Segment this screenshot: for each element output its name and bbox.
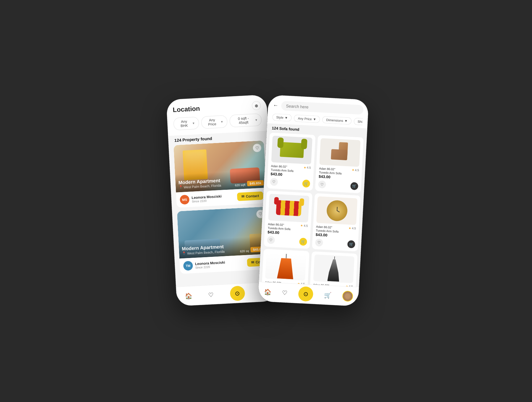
product-image-3 xyxy=(268,194,309,223)
product-info-1: Adan 86.02"Tuxedo Arm Sofa ★ 4.5 $43.00 xyxy=(270,164,311,178)
agent-details-2: Leonora Mosciski Since 2220 xyxy=(195,260,226,269)
dim-arrow-icon: ▼ xyxy=(344,119,348,123)
property-card-2: ♡ Modern Apartment 📍 West Palm Beach, Fl… xyxy=(177,207,271,274)
star-icon-1: ★ xyxy=(304,166,306,169)
wishlist-btn-4[interactable]: ♡ xyxy=(315,239,323,247)
product-actions-1: ♡ 🛒 xyxy=(270,178,310,188)
location-title: Location xyxy=(173,105,200,114)
product-actions-2: ♡ 🛒 xyxy=(318,180,358,190)
star-icon-2: ★ xyxy=(351,168,354,171)
email-icon-1: ✉ xyxy=(241,194,244,199)
lamp-shade-visual xyxy=(277,258,294,279)
star-icon-4: ★ xyxy=(348,226,351,230)
product-card-5: Adan 86.02"Tuxedo Arm Sofa ★ 4.5 $43.00 … xyxy=(261,249,309,287)
property-image-2: ♡ Modern Apartment 📍 West Palm Beach, Fl… xyxy=(177,207,270,259)
lamp2-visual xyxy=(327,256,340,282)
price-arrow-icon: ▼ xyxy=(220,120,223,124)
product-name-2: Adan 86.02"Tuxedo Arm Sofa xyxy=(319,166,342,175)
wishlist-btn-1[interactable]: ♡ xyxy=(270,178,278,186)
left-header: Location ⊕ Any BHK ▼ Any Price ▼ 0 sqft … xyxy=(166,95,268,136)
svg-line-1 xyxy=(337,211,339,212)
agent-avatar-2: TM xyxy=(183,261,193,271)
agent-avatar-1: MS xyxy=(180,195,190,205)
bhk-arrow-icon: ▼ xyxy=(192,121,195,125)
product-rating-3: ★ 4.5 xyxy=(300,224,308,227)
email-icon-2: ✉ xyxy=(251,260,254,265)
nav-home[interactable]: 🏠 xyxy=(185,292,192,300)
right-nav-profile[interactable] xyxy=(342,291,353,302)
location-pin-icon-2: 📍 xyxy=(182,251,186,255)
product-image-1 xyxy=(271,136,313,164)
pendant-cord xyxy=(334,256,335,259)
product-image-6 xyxy=(313,255,355,283)
phones-container: Location ⊕ Any BHK ▼ Any Price ▼ 0 sqft … xyxy=(160,98,372,304)
product-card-4: Adan 86.02"Tuxedo Arm Sofa ★ 4.5 $43.00 … xyxy=(312,193,361,252)
product-card-1: Adan 86.02"Tuxedo Arm Sofa ★ 4.5 $43.00 … xyxy=(267,132,316,191)
style-arrow-icon: ▼ xyxy=(285,116,288,120)
filter-row: Any BHK ▼ Any Price ▼ 0 sqft - 45sqft ▼ xyxy=(173,114,262,131)
right-nav-camera[interactable]: ⊙ xyxy=(298,286,314,302)
price-badge-1: $45.65k xyxy=(247,180,264,186)
price-arrow-icon-r: ▼ xyxy=(313,117,317,121)
nav-camera[interactable]: ⊙ xyxy=(230,286,245,301)
price-filter[interactable]: Any Price ▼ xyxy=(201,115,228,129)
search-input[interactable] xyxy=(281,101,364,115)
product-image-5 xyxy=(265,252,306,281)
size-arrow-icon: ▼ xyxy=(255,118,258,122)
clock-svg xyxy=(331,205,343,217)
products-grid: Adan 86.02"Tuxedo Arm Sofa ★ 4.5 $43.00 … xyxy=(259,132,366,287)
cart-btn-3[interactable]: 🛒 xyxy=(299,238,307,246)
right-price-filter[interactable]: Any Price ▼ xyxy=(294,115,320,123)
product-actions-4: ♡ 🛒 xyxy=(315,239,355,248)
agent-info-1: MS Leonora Mosciski Since 2220 xyxy=(180,193,222,205)
product-info-4: Adan 86.02"Tuxedo Arm Sofa ★ 4.5 $43.00 xyxy=(316,225,356,239)
dimensions-filter[interactable]: Dimensions ▼ xyxy=(322,116,351,125)
location-row: Location ⊕ xyxy=(173,101,261,115)
product-card-3: Adan 86.02"Tuxedo Arm Sofa ★ 4.5 $43.00 … xyxy=(264,191,313,249)
lamp-cord xyxy=(286,254,287,258)
style-filter[interactable]: Style ▼ xyxy=(272,114,292,121)
location-icon[interactable]: ⊕ xyxy=(252,101,261,111)
cart-btn-4[interactable]: 🛒 xyxy=(347,240,355,248)
sofa1-visual xyxy=(280,142,304,158)
right-nav-cart[interactable]: 🛒 xyxy=(324,291,332,299)
product-rating-2: ★ 4.5 xyxy=(351,168,359,172)
star-icon-3: ★ xyxy=(300,224,303,227)
product-actions-3: ♡ 🛒 xyxy=(267,236,307,246)
right-nav-home[interactable]: 🏠 xyxy=(264,288,271,296)
wishlist-btn-3[interactable]: ♡ xyxy=(267,236,275,244)
property-card: ♡ Modern Apartment 📍 West Palm Beach, Fl… xyxy=(173,140,267,208)
cart-btn-2[interactable]: 🛒 xyxy=(350,182,358,190)
nav-wishlist[interactable]: ♡ xyxy=(208,291,214,299)
property-image-1: ♡ Modern Apartment 📍 West Palm Beach, Fl… xyxy=(173,140,266,192)
back-button[interactable]: ← xyxy=(273,102,278,108)
product-name-4: Adan 86.02"Tuxedo Arm Sofa xyxy=(316,225,339,234)
right-screen: ← Style ▼ Any Price ▼ Dimensions ▼ xyxy=(258,95,369,306)
chair-visual xyxy=(330,142,349,163)
right-nav-wishlist[interactable]: ♡ xyxy=(282,289,288,296)
product-rating-1: ★ 4.5 xyxy=(304,166,311,169)
location-pin-icon: 📍 xyxy=(179,185,183,189)
clock-visual xyxy=(326,200,348,222)
right-phone: ← Style ▼ Any Price ▼ Dimensions ▼ xyxy=(258,95,369,307)
cart-btn-1[interactable]: 🛒 xyxy=(302,179,310,187)
right-filter-row: Style ▼ Any Price ▼ Dimensions ▼ Shi... xyxy=(272,114,363,125)
shipping-filter[interactable]: Shi... xyxy=(353,118,363,125)
product-name-1: Adan 86.02"Tuxedo Arm Sofa xyxy=(271,164,294,173)
product-rating-4: ★ 4.5 xyxy=(348,226,356,230)
sofa2-visual xyxy=(276,200,302,216)
product-card-2: Adan 86.02"Tuxedo Arm Sofa ★ 4.5 $43.00 … xyxy=(315,135,364,193)
lamp1-visual xyxy=(277,253,294,279)
size-filter[interactable]: 0 sqft - 45sqft ▼ xyxy=(229,114,262,128)
right-header: ← Style ▼ Any Price ▼ Dimensions ▼ xyxy=(267,95,369,129)
product-image-2 xyxy=(319,138,361,167)
product-card-6: Adan 86.02"Tuxedo Arm Sofa ★ 4.5 $43.00 … xyxy=(309,251,358,287)
sqft-badge-2: 620 sq xyxy=(240,249,249,253)
svg-line-0 xyxy=(337,207,337,211)
agent-info-2: TM Leonora Mosciski Since 2220 xyxy=(183,259,226,271)
contact-button-1[interactable]: ✉ Contact xyxy=(237,192,263,201)
sqft-badge-1: 620 sqft xyxy=(235,183,245,187)
bhk-filter[interactable]: Any BHK ▼ xyxy=(173,117,199,130)
product-image-4 xyxy=(316,196,358,225)
wishlist-btn-2[interactable]: ♡ xyxy=(318,180,326,188)
